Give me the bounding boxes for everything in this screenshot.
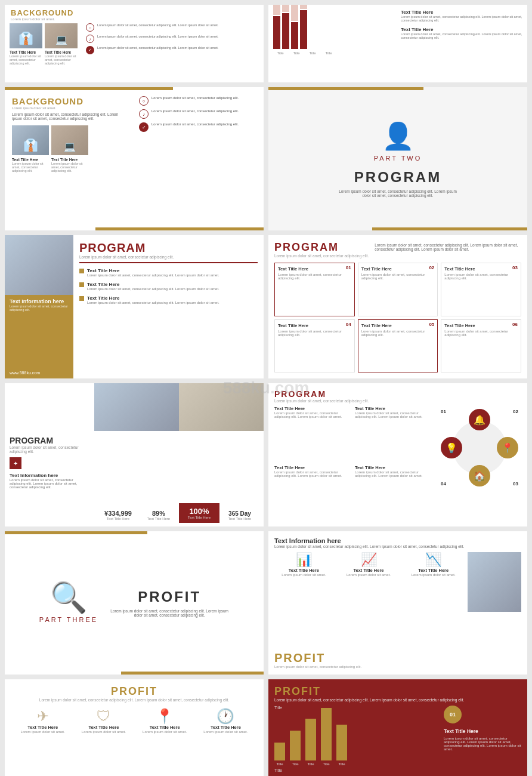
slide1-captions: Text Title Here Lorem ipsum dolor sit am… — [10, 50, 78, 65]
slide-9: 🔍 PART THREE PROFIT Lorem ipsum dolor si… — [5, 531, 264, 675]
slide1-cap1-body: Lorem ipsum dolor sit amet, consectetur … — [10, 54, 42, 65]
slide10-icon2: 📈 Text Title Here Lorem ipsum dolor sit … — [339, 552, 398, 577]
slide7-info-title: Text Information here — [10, 473, 89, 478]
slide2-bar1b — [273, 16, 280, 49]
slide4-person-icon: 👤 — [382, 121, 415, 152]
slide5-item1-desc: Lorem ipsum dolor sit amet, consectetur … — [87, 273, 258, 277]
slide2-desc1: Lorem ipsum dolor sit amet, consectetur … — [401, 15, 522, 22]
slide6-card2: 02 Text Title Here Lorem ipsum dolor sit… — [358, 263, 438, 316]
slide2-bar2b — [282, 13, 289, 49]
slide10-icon1-title: Text Title Here — [289, 568, 319, 573]
slide1-cap2-body: Lorem ipsum dolor sit amet, consectetur … — [45, 54, 78, 65]
slide12-bar4 — [321, 708, 332, 760]
slide12-axis-label2: Title — [274, 768, 438, 772]
slide10-left: 📊 Text Title Here Lorem ipsum dolor sit … — [274, 552, 463, 669]
slide1-icon2-text: Lorem ipsum dolor sit amet, consectetur … — [97, 35, 218, 38]
slide12-bar1-lbl: Title — [276, 762, 283, 766]
slide12-bar5-col: Title — [336, 725, 347, 766]
slide5-item2-title: Text Title Here — [87, 282, 119, 287]
slide3-right: ○ Lorem ipsum dolor sit amet, consectetu… — [134, 90, 264, 227]
slide-3: BACKGROUND Lorem ipsum dolor sit amet. L… — [5, 87, 264, 230]
slide10-right-img — [468, 552, 521, 612]
slide5-dot2 — [79, 282, 84, 287]
slide6-prog-title: PROGRAM — [274, 241, 369, 254]
slide12-chart-area: Title Title Title Title — [274, 706, 438, 776]
slide1-icon-item2: ♪ Lorem ipsum dolor sit amet, consectetu… — [86, 35, 260, 43]
slide5-item3-title: Text Title Here — [87, 295, 119, 301]
slide7-bottom: PROGRAM Lorem ipsum dolor sit amet, cons… — [5, 431, 264, 526]
slide9-profit-title: PROFIT — [138, 589, 201, 605]
slide9-left: 🔍 PART THREE — [39, 583, 98, 623]
slide1-icon1-text: Lorem ipsum dolor sit amet, consectetur … — [97, 23, 218, 27]
slide8-item3: Text Title Here Lorem ipsum dolor sit am… — [274, 465, 351, 521]
slide11-icon2-title: Text Title Here — [88, 725, 119, 730]
slide9-accent-top — [5, 531, 147, 534]
slide8-item1-title: Text Title Here — [274, 406, 351, 411]
slide2-bars — [273, 10, 395, 51]
slide2-bar-group3 — [291, 5, 298, 49]
slide6-card4-body: Lorem ipsum dolor sit amet, consectetur … — [278, 330, 351, 337]
slide10-info-title: Text Information here — [274, 537, 521, 544]
slide6-card1-num: 01 — [346, 265, 351, 270]
slide2-label4: Title — [321, 51, 336, 55]
slide7-stat1: ¥334,999 Text Title Here — [98, 507, 138, 523]
slide7-info-body: Lorem ipsum dolor sit amet, consectetur … — [10, 478, 89, 489]
slide6-card3-title: Text Title Here — [444, 266, 509, 272]
slide7-left-info: PROGRAM Lorem ipsum dolor sit amet, cons… — [5, 431, 94, 526]
slide9-profit-desc: Lorem ipsum dolor sit amet, consectetur … — [110, 609, 229, 617]
slide11-icons-row: ✈ Text Title Here Lorem ipsum dolor sit … — [11, 708, 258, 734]
slide2-bar2a — [282, 5, 289, 12]
slide5-item3-title-row: Text Title Here — [79, 295, 258, 301]
slide6-card6-title: Text Title Here — [444, 323, 509, 328]
slide3-img1 — [12, 125, 49, 155]
slide10-info-desc: Lorem ipsum dolor sit amet, consectetur … — [274, 544, 521, 549]
slide5-item1: Text Title Here Lorem ipsum dolor sit am… — [79, 268, 258, 277]
slide7-stat2-val: 89% — [141, 510, 177, 517]
slide7-left-space — [5, 383, 94, 431]
slide6-card6: 06 Text Title Here Lorem ipsum dolor sit… — [441, 319, 521, 373]
slide5-header: PROGRAM Lorem ipsum dolor sit amet, cons… — [79, 241, 258, 259]
slide8-prog-sub: Lorem ipsum dolor sit amet, consectetur … — [274, 399, 521, 403]
slide7-stat3-val: 100% — [181, 507, 217, 516]
slide1-title: BACKGROUND — [11, 8, 258, 17]
slide4-accent-bottom — [372, 227, 527, 230]
slide10-icon1: 📊 Text Title Here Lorem ipsum dolor sit … — [274, 552, 333, 577]
slide12-bar1-col: Title — [274, 743, 285, 766]
slide1-img-row — [10, 23, 78, 48]
slide12-bar1 — [274, 743, 285, 760]
slide9-inner: 🔍 PART THREE PROFIT Lorem ipsum dolor si… — [21, 583, 247, 623]
slide3-icon1-text: Lorem ipsum dolor sit amet, consectetur … — [151, 96, 239, 100]
slide3-icon2-text: Lorem ipsum dolor sit amet, consectetur … — [151, 109, 239, 113]
slide5-left: Text Information here Lorem ipsum dolor … — [5, 235, 73, 378]
slide2-bar1a — [273, 5, 280, 15]
slide2-bar4a — [300, 5, 307, 9]
slide6-card4: 04 Text Title Here Lorem ipsum dolor sit… — [274, 319, 355, 373]
slide1-icon3: ✓ — [86, 46, 94, 54]
slide6-card1-title: Text Title Here — [278, 266, 342, 272]
slide11-icon1-title: Text Title Here — [27, 725, 58, 730]
slide9-part-label: PART THREE — [39, 616, 98, 623]
slide8-item2: Text Title Here Lorem ipsum dolor sit am… — [355, 406, 432, 461]
slide2-text-blocks: Text Title Here Lorem ipsum dolor sit am… — [401, 10, 522, 55]
slide-1: BACKGROUND Lorem ipsum dolor sit amet. T… — [5, 5, 264, 82]
slide-2: Title Title Title Title Text Title Here … — [268, 5, 527, 82]
slide8-text-items: Text Title Here Lorem ipsum dolor sit am… — [274, 406, 432, 521]
slide11-pin-icon: 📍 — [156, 708, 174, 725]
slide6-card5-body: Lorem ipsum dolor sit amet, consectetur … — [361, 330, 435, 337]
slide5-item1-title-row: Text Title Here — [79, 268, 258, 273]
slide7-prog-sub: Lorem ipsum dolor sit amet, consectetur … — [10, 445, 89, 454]
slide6-card1: 01 Text Title Here Lorem ipsum dolor sit… — [274, 263, 355, 316]
slide3-cap1-title: Text Title Here — [12, 158, 49, 162]
slide5-item3-desc: Lorem ipsum dolor sit amet, consectetur … — [87, 301, 258, 304]
slide7-prog-label: PROGRAM — [10, 436, 89, 445]
slide5-prog-title: PROGRAM — [79, 241, 258, 255]
slide5-item1-title: Text Title Here — [87, 268, 119, 273]
slide4-accent-top — [268, 87, 423, 90]
slide7-stat3-title: Text Title Here — [181, 516, 217, 519]
slide3-left: BACKGROUND Lorem ipsum dolor sit amet. L… — [5, 90, 134, 227]
slide11-icon1-body: Lorem ipsum dolor sit amet. — [21, 730, 65, 734]
slide5-item2-title-row: Text Title Here — [79, 282, 258, 287]
slide12-chart-num: 01 — [444, 706, 462, 723]
slide3-grid: BACKGROUND Lorem ipsum dolor sit amet. L… — [5, 90, 264, 227]
slide11-header: PROFIT Lorem ipsum dolor sit amet, conse… — [11, 685, 258, 702]
